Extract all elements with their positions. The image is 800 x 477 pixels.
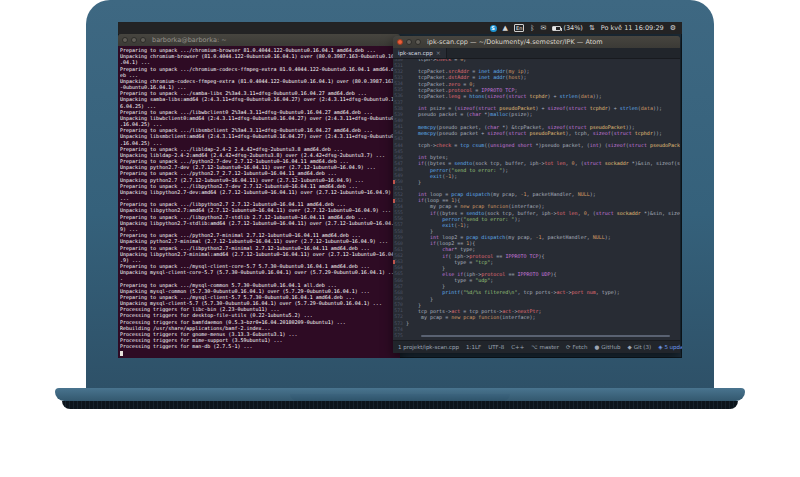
code-text: int loop2 = pcap_dispatch(my_pcap, -1, p… (406, 234, 680, 240)
status-github[interactable]: ●GitHub (595, 344, 621, 350)
status-encoding[interactable]: UTF-8 (488, 344, 504, 350)
code-text: type = "tcp"; (406, 259, 680, 265)
code-text: char* type; (406, 246, 680, 252)
code-text: tcpPacket.srcAddr = inet_addr(my_ip); (406, 68, 680, 74)
terminal-line: Unpacking libpython2.7-minimal:amd64 (2.… (120, 251, 398, 257)
line-number: 540 (393, 118, 406, 123)
horizontal-scrollbar[interactable] (421, 335, 670, 337)
line-number: 546 (393, 155, 406, 160)
code-text: tcpPacket.leng = htons(sizeof(struct tcp… (406, 93, 680, 99)
terminal-titlebar[interactable]: barborka@barborka: ~ (118, 34, 400, 46)
line-number: 563 (393, 259, 406, 264)
bluetooth-icon[interactable]: ᛒ (530, 25, 534, 32)
tab-label: ipk-scan.cpp (398, 50, 433, 56)
maximize-button[interactable] (415, 39, 421, 45)
line-number: 560 (393, 241, 406, 246)
laptop-base-notch (290, 394, 510, 401)
maximize-button[interactable] (140, 37, 146, 43)
code-line: 539 pseudo_packet = (char *)malloc(psize… (393, 111, 680, 117)
sync-arrows-icon[interactable]: ⇅ (589, 25, 595, 32)
line-number: 533 (393, 75, 406, 80)
status-updates-icon: ◈ (658, 344, 662, 350)
mail-icon[interactable]: ✉ (541, 25, 547, 32)
close-button[interactable] (397, 39, 403, 45)
terminal-line: Unpacking mysql-client-core-5.7 (5.7.30-… (120, 269, 398, 275)
code-text: int bytes; (406, 154, 680, 160)
status-line-ending[interactable]: LF (475, 344, 481, 350)
code-text: } (406, 302, 680, 308)
terminal-output[interactable]: Preparing to unpack .../chromium-browser… (118, 46, 400, 358)
status-file-path[interactable]: 1 projekt/ipk-scan.cpp (398, 344, 459, 350)
status-git-changes[interactable]: ◆Git (3) (627, 344, 651, 350)
code-text: tcpPacket.protocol = IPPROTO_TCP; (406, 87, 680, 93)
line-number: 547 (393, 161, 406, 166)
status-grammar[interactable]: C++ (511, 344, 524, 350)
system-top-panel: S▲Enᛒ✉(34%)⇅Po kvě 11 16:09:29⚙ (118, 22, 682, 34)
terminal-line: Unpacking libsmbclient:amd64 (2:4.3.11+d… (120, 133, 398, 139)
code-text: tcp_ports->act = tcp_ports->act->nextPtr… (406, 308, 680, 314)
status-fetch[interactable]: ⟳Fetch (566, 344, 588, 350)
line-number: 542 (393, 130, 406, 135)
git-change-marker (393, 199, 395, 203)
code-text: else if(iph->protocol == IPPROTO_UDP){ (406, 271, 680, 277)
minimize-button[interactable] (406, 39, 412, 45)
terminal-line: Unpacking samba-libs:amd64 (2:4.3.11+dfs… (120, 96, 398, 102)
line-number: 549 (393, 173, 406, 178)
code-text: exit(-1); (406, 222, 680, 228)
terminal-line: Unpacking python2.7 (2.7.12-1ubuntu0~16.… (120, 177, 398, 183)
code-text: perror("send to error: "); (406, 216, 680, 222)
line-number: 531 (393, 63, 406, 68)
code-text: } (406, 320, 680, 326)
battery-indicator[interactable]: (34%) (552, 25, 583, 32)
code-editor[interactable]: 530 tcph->check = 0;531532 tcpPacket.src… (393, 59, 680, 340)
terminal-title: barborka@barborka: ~ (152, 36, 227, 44)
line-number: 556 (393, 216, 406, 221)
editor-title: ipk-scan.cpp — ~/Dokumenty/4.semester/IP… (427, 38, 603, 46)
line-number: 554 (393, 204, 406, 209)
code-text: my_pcap = new_pcap_funcion(interface); (406, 314, 680, 320)
editor-statusbar: 1 projekt/ipk-scan.cpp 1:1 LFUTF-8C++⌥ma… (393, 340, 680, 353)
tab-ipk-scan-cpp[interactable]: ipk-scan.cpp × (393, 48, 447, 58)
line-number: 530 (393, 59, 406, 62)
line-number: 574 (393, 327, 406, 332)
code-text: } (406, 228, 680, 234)
line-number: 537 (393, 100, 406, 105)
code-text: type = "udp"; (406, 277, 680, 283)
terminal-line: Unpacking libpython2.7-dev:amd64 (2.7.12… (120, 189, 398, 195)
code-text: printf("%d/%s filtered\n", tcp_ports->ac… (406, 289, 680, 295)
status-updates[interactable]: ◈5 updates (658, 344, 682, 350)
line-number: 562 (393, 253, 406, 258)
terminal-window[interactable]: barborka@barborka: ~ Preparing to unpack… (118, 34, 400, 358)
line-number: 566 (393, 278, 406, 283)
tab-close-icon[interactable]: × (436, 50, 441, 56)
line-number: 555 (393, 210, 406, 215)
keyboard-layout-indicator[interactable]: En (514, 24, 524, 32)
line-number: 535 (393, 87, 406, 92)
code-text: } (406, 265, 680, 271)
clock[interactable]: Po kvě 11 16:09:29 (601, 25, 664, 32)
status-git-branch[interactable]: ⌥master (531, 344, 559, 350)
code-text: if(loop == 1){ (406, 197, 680, 203)
editor-window[interactable]: ipk-scan.cpp — ~/Dokumenty/4.semester/IP… (393, 36, 680, 353)
close-button[interactable] (122, 37, 128, 43)
line-number: 543 (393, 136, 406, 141)
line-number: 544 (393, 143, 406, 148)
status-cursor-position[interactable]: 1:1 (466, 344, 475, 350)
session-gear-icon[interactable]: ⚙ (670, 25, 676, 32)
laptop-base-edge (62, 401, 738, 409)
wifi-icon[interactable]: ▲ (503, 25, 508, 32)
skype-icon[interactable]: S (490, 25, 497, 32)
terminal-line: Unpacking chromium-browser (81.0.4044.12… (120, 53, 398, 59)
line-number: 551 (393, 186, 406, 191)
editor-titlebar[interactable]: ipk-scan.cpp — ~/Dokumenty/4.semester/IP… (393, 36, 680, 48)
line-number: 541 (393, 124, 406, 129)
minimize-button[interactable] (131, 37, 137, 43)
line-number: 569 (393, 296, 406, 301)
line-number: 557 (393, 222, 406, 227)
terminal-line: Preparing to unpack .../libpython2.7-min… (120, 245, 398, 251)
system-tray: S▲Enᛒ✉(34%)⇅Po kvě 11 16:09:29⚙ (490, 22, 676, 34)
line-number: 548 (393, 167, 406, 172)
line-number: 571 (393, 308, 406, 313)
status-git-branch-icon: ⌥ (531, 344, 537, 350)
line-number: 564 (393, 265, 406, 270)
